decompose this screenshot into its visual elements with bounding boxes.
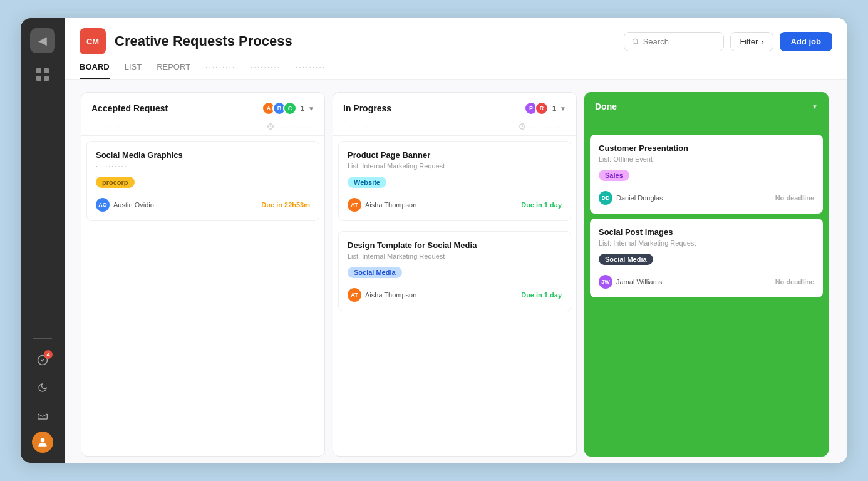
card-assignee: AT Aisha Thompson <box>348 198 416 212</box>
column-accepted-chevron[interactable]: ▼ <box>308 105 314 112</box>
card-footer: DD Daniel Douglas No deadline <box>599 191 814 205</box>
assignee-avatar: DD <box>599 191 612 205</box>
column-done-right: ▼ <box>812 103 818 110</box>
column-done: Done ▼ ·········· Customer Presentation … <box>584 92 829 457</box>
card-due: No deadline <box>775 194 814 202</box>
tasks-badge: 4 <box>44 350 53 359</box>
project-icon: CM <box>80 28 106 54</box>
clock-row-1: ·········· <box>267 123 314 130</box>
card-footer: AO Austin Ovidio Due in 22h53m <box>96 198 310 212</box>
card-footer: AT Aisha Thompson Due in 1 day <box>348 198 562 212</box>
card-subtitle: List: Internal Marketing Request <box>348 162 562 170</box>
clock-row-2: ·········· <box>519 123 566 130</box>
card-due: Due in 1 day <box>521 291 562 299</box>
card-title: Product Page Banner <box>348 150 562 160</box>
column-inprogress-chevron[interactable]: ▼ <box>560 105 566 112</box>
assignee-avatar: AO <box>96 198 110 212</box>
card-assignee: DD Daniel Douglas <box>599 191 663 205</box>
assignee-name: Austin Ovidio <box>113 201 154 209</box>
user-avatar[interactable] <box>32 432 53 453</box>
card-footer: JW Jamal Williams No deadline <box>599 275 814 289</box>
card-due: No deadline <box>775 278 814 286</box>
card-design-template[interactable]: Design Template for Social Media List: I… <box>338 231 571 311</box>
search-box[interactable] <box>624 32 724 51</box>
column-ip-avatar-2: R <box>535 101 549 115</box>
column-accepted-title: Accepted Request <box>91 103 168 113</box>
card-social-media-graphics[interactable]: Social Media Graphics ·········· procorp… <box>86 141 319 221</box>
column-done-subheader: ·········· <box>585 116 828 132</box>
column-inprogress-header: In Progress P R 1 ▼ <box>333 93 576 120</box>
column-accepted-header: Accepted Request A B C 1 ▼ <box>81 93 324 120</box>
card-tag: Social Media <box>599 254 653 265</box>
inbox-icon[interactable] <box>31 404 54 427</box>
column-inprogress-empty <box>333 316 576 456</box>
card-due: Due in 22h53m <box>261 201 310 209</box>
tab-list[interactable]: LIST <box>125 62 142 79</box>
tab-extra-1[interactable]: ········· <box>205 63 235 79</box>
assignee-name: Aisha Thompson <box>365 201 416 209</box>
card-social-post-images[interactable]: Social Post images List: Internal Market… <box>590 219 823 297</box>
board: Accepted Request A B C 1 ▼ ·········· <box>65 80 847 463</box>
column-accepted-empty <box>81 226 324 456</box>
column-accepted-right: A B C 1 ▼ <box>262 101 314 115</box>
card-tag: Website <box>348 177 386 188</box>
column-accepted-subheader: ·········· ·········· <box>81 120 324 136</box>
card-title: Design Template for Social Media <box>348 240 562 250</box>
column-accepted: Accepted Request A B C 1 ▼ ·········· <box>81 92 325 457</box>
card-subtitle: List: Offline Event <box>599 155 814 163</box>
card-product-page-banner[interactable]: Product Page Banner List: Internal Marke… <box>338 141 571 221</box>
chevron-right-icon: › <box>761 37 763 46</box>
card-footer: AT Aisha Thompson Due in 1 day <box>348 288 562 302</box>
card-title: Social Media Graphics <box>96 150 310 160</box>
tasks-icon[interactable]: 4 <box>31 349 54 371</box>
assignee-name: Daniel Douglas <box>616 194 663 202</box>
column-inprogress-subheader: ·········· ·········· <box>333 120 576 136</box>
add-job-button[interactable]: Add job <box>780 32 832 51</box>
card-customer-presentation[interactable]: Customer Presentation List: Offline Even… <box>590 135 823 214</box>
column-inprogress-count: 1 <box>552 105 556 112</box>
column-accepted-count: 1 <box>301 105 304 112</box>
svg-point-2 <box>633 39 638 44</box>
header-actions: Filter › Add job <box>624 32 832 51</box>
column-avatar-3: C <box>283 101 297 115</box>
assignee-avatar: AT <box>348 288 361 302</box>
card-dots: ·········· <box>96 162 310 170</box>
sidebar: ◀ 4 <box>21 18 65 463</box>
tab-board[interactable]: BOARD <box>80 62 110 79</box>
card-tag: Social Media <box>348 267 402 278</box>
app-logo-icon[interactable]: ◀ <box>30 28 55 53</box>
card-due: Due in 1 day <box>521 201 562 209</box>
card-tag: procorp <box>96 177 135 188</box>
card-title: Customer Presentation <box>599 143 814 153</box>
sidebar-divider <box>33 338 52 339</box>
filter-button[interactable]: Filter › <box>730 32 773 51</box>
header: CM Creative Requests Process Filter › Ad <box>65 18 847 80</box>
tab-report[interactable]: REPORT <box>157 62 190 79</box>
column-done-title: Done <box>595 101 617 111</box>
card-assignee: AT Aisha Thompson <box>348 288 416 302</box>
svg-point-1 <box>41 438 45 442</box>
tab-extra-2[interactable]: ········· <box>251 63 281 79</box>
column-inprogress-title: In Progress <box>343 103 391 113</box>
card-subtitle: List: Internal Marketing Request <box>599 239 814 247</box>
column-done-chevron[interactable]: ▼ <box>812 103 818 110</box>
card-assignee: JW Jamal Williams <box>599 275 662 289</box>
assignee-name: Jamal Williams <box>616 278 662 286</box>
page-title: Creative Requests Process <box>115 33 292 49</box>
assignee-avatar: AT <box>348 198 361 212</box>
column-done-header: Done ▼ <box>585 93 828 116</box>
column-in-progress: In Progress P R 1 ▼ ·········· ····· <box>333 92 577 457</box>
card-tag: Sales <box>599 170 629 181</box>
tab-extra-3[interactable]: ········· <box>296 63 326 79</box>
card-assignee: AO Austin Ovidio <box>96 198 154 212</box>
grid-icon[interactable] <box>36 68 49 81</box>
nav-tabs: BOARD LIST REPORT ········· ········· ··… <box>80 62 832 79</box>
main-content: CM Creative Requests Process Filter › Ad <box>65 18 847 463</box>
assignee-name: Aisha Thompson <box>365 291 416 299</box>
search-icon <box>632 38 639 46</box>
column-done-empty <box>585 300 828 456</box>
assignee-avatar: JW <box>599 275 612 289</box>
moon-icon[interactable] <box>31 376 54 399</box>
search-input[interactable] <box>643 37 716 46</box>
card-title: Social Post images <box>599 227 814 237</box>
